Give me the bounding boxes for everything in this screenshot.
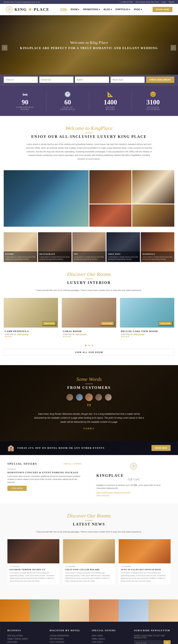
gift-card-desc: Available to customers at minimum up to … — [96, 484, 171, 490]
footer-col-business: BUSINESS RUE SOLUTIONS FAMILY TRAVEL AGE… — [7, 629, 44, 644]
avatar-1[interactable] — [66, 394, 73, 401]
offers-right: ♔ KINGPLACE Gift Card Available to custo… — [89, 462, 171, 496]
room-info-1: CAMP PENINSULA STARTING AT: 200$ (Detail… — [4, 328, 58, 340]
avatar-3[interactable] — [85, 394, 93, 401]
service-spa[interactable]: SPA Lorem ipsum is simply dummy text of … — [72, 232, 106, 262]
gallery-image-1 — [4, 170, 89, 227]
news-info-3: 12 November SUNT IN CULPA QUI OFFICIA DE… — [119, 563, 171, 584]
nav-page[interactable]: PAGE ▾ — [134, 8, 142, 11]
footer-col-discover-title: DISCOVER MY HOTEL — [50, 629, 86, 632]
footer-link-facilities[interactable]: FACILITIES — [7, 641, 44, 643]
footer-link-foodie[interactable]: FOODIE INSPIRATION — [50, 635, 86, 637]
room-book-1-button[interactable]: BOOK NOW — [42, 321, 56, 326]
nav-promotions[interactable]: PROMOTIONS ▾ — [83, 8, 100, 11]
avatar-2[interactable] — [76, 394, 83, 401]
offer-title: DOWNTOWN CONCERT & EVENT PARKING PACKAGE — [7, 471, 81, 474]
nav-blog[interactable]: BLOG ▾ — [104, 8, 112, 11]
testimonials-divider — [85, 384, 93, 384]
check-availability-button[interactable]: Check Availability — [146, 76, 174, 83]
newsletter-sub-text: ENTER YOUR E-MAIL TO GET OUR NEWSLETTER — [134, 635, 171, 639]
news-image-1 — [7, 539, 59, 563]
main-nav: HOME ROOM ▾ PROMOTIONS ▾ BLOG ▾ PORTFOLI… — [60, 8, 142, 11]
rooms-title: LUXURY INTERIOR — [4, 280, 174, 285]
footer-col-discover: DISCOVER MY HOTEL FOODIE INSPIRATION SPA… — [50, 629, 86, 644]
dot-3[interactable] — [92, 345, 93, 346]
book-now-header-button[interactable]: BOOK NOW — [153, 7, 173, 12]
view-more-button[interactable]: VIEW MORE — [7, 486, 27, 491]
promo-book-button[interactable]: BOOK NOW — [152, 445, 171, 451]
avatar-image-1 — [66, 394, 73, 400]
room-card-3: BOOK NOW DELUXE LAKE VIEW ROOM STARTING … — [120, 298, 174, 340]
news-title-1: EIUSMOD TEMPOR INCIDIT UT — [10, 568, 57, 570]
service-rooms[interactable]: ROOMS Lorem ipsum is simply dummy text o… — [4, 232, 37, 262]
testimonial-avatars — [15, 394, 163, 401]
service-restaurant-desc: Lorem ipsum is simply dummy text of the … — [39, 256, 70, 260]
offers-title: SPECIAL OFFERS — [7, 462, 37, 466]
services-grid: ROOMS Lorem ipsum is simply dummy text o… — [4, 232, 174, 262]
room-book-2-button[interactable]: BOOK NOW — [100, 321, 114, 326]
offer-item-1: 26 Projects DOWNTOWN CONCERT & EVENT PAR… — [7, 468, 81, 491]
service-wifi[interactable]: FREE WIFI Lorem ipsum is simply dummy te… — [106, 232, 140, 262]
nav-home[interactable]: HOME — [60, 8, 67, 11]
gallery-item-4 — [89, 204, 132, 227]
footer-link-early-bird[interactable]: EARLY BIRD — [92, 635, 129, 637]
shop-gift-link[interactable]: Shop a Gift Card — [96, 494, 171, 496]
stat-customers-icon: 😊 — [132, 91, 174, 97]
footer-col-business-title: BUSINESS — [7, 629, 44, 632]
stat-sqm-label: SQUAREMETERS — [89, 106, 132, 110]
stat-rooms-icon: 🛏 — [4, 91, 46, 97]
room-type-input[interactable] — [111, 76, 145, 83]
footer-link-golf[interactable]: GOLF COURSES — [50, 641, 86, 643]
newsletter-submit-button[interactable]: ➤ — [164, 640, 171, 644]
adults-input[interactable] — [75, 76, 109, 83]
rooms-desc: Treat yourself with one of our enticing … — [24, 288, 154, 292]
testimonial-author: SAHRA — [15, 427, 163, 430]
gift-voucher-link[interactable]: Latest Voucher version required to acces… — [96, 491, 171, 493]
hero-next-button[interactable]: › — [171, 45, 176, 50]
room-name-1: CAMP PENINSULA — [5, 330, 57, 333]
nav-room[interactable]: ROOM ▾ — [71, 8, 79, 11]
service-weddings-overlay: WEDDINGS Lorem ipsum is simply dummy tex… — [141, 252, 174, 262]
news-card-1: 12 November EIUSMOD TEMPOR INCIDIT UT Lo… — [7, 539, 59, 584]
avatar-5[interactable] — [105, 394, 112, 401]
room-stars-3: ★★★★★ — [121, 336, 173, 338]
testimonials-script: Some Words — [15, 376, 163, 382]
room-stars-1: ★★★★☆ — [5, 336, 57, 338]
footer-gallery-4 — [89, 600, 119, 622]
news-desc: Treat yourself with one of our enticing … — [24, 530, 154, 534]
dot-1[interactable] — [85, 345, 86, 346]
footer-gallery — [0, 600, 178, 622]
service-restaurant[interactable]: RESTAURANT Lorem ipsum is simply dummy t… — [38, 232, 72, 262]
dot-2[interactable] — [88, 345, 90, 346]
footer-link-family-deals[interactable]: FAMILY DEALS — [92, 638, 129, 640]
footer-link-late-deals[interactable]: LATE DEALS — [92, 641, 129, 643]
room-book-3-button[interactable]: BOOK NOW — [159, 321, 173, 326]
stat-sqm-icon: 📐 — [89, 91, 132, 97]
view-all-rooms-button[interactable]: VIEW ALL OUR ROOM — [4, 349, 174, 356]
phone: 📞 (+000) 567 890 — [119, 1, 133, 3]
footer-link-rue[interactable]: RUE SOLUTIONS — [7, 635, 44, 637]
view-all-offers-link[interactable]: VIEW ALL 2 OFFERS — [63, 463, 81, 465]
language-selector[interactable]: English — [169, 1, 174, 3]
room-info-3: DELUXE LAKE VIEW ROOM STARTING AT: 200$ … — [120, 328, 174, 340]
welcome-divider — [85, 133, 93, 133]
login-link[interactable]: Login — [162, 1, 166, 3]
service-weddings[interactable]: WEDDINGS Lorem ipsum is simply dummy tex… — [141, 232, 174, 262]
news-title: LATEST NEWS — [7, 522, 171, 526]
avatar-4[interactable] — [95, 394, 102, 401]
news-desc-1: Lorem ipsum is simply dummy text of the … — [10, 572, 57, 582]
newsletter-email-input[interactable] — [134, 640, 163, 644]
news-date-1: 12 November — [10, 566, 57, 568]
news-image-2 — [63, 539, 115, 563]
stat-rooms-label: COMFORTABLEROOMS — [4, 106, 46, 110]
gallery-image-3 — [132, 170, 174, 204]
hero-prev-button[interactable]: ‹ — [2, 45, 7, 50]
footer-link-spa[interactable]: SPA PACKAGES — [50, 638, 86, 640]
check-in-input[interactable] — [4, 76, 38, 83]
service-restaurant-name: RESTAURANT — [39, 253, 70, 255]
footer-link-family[interactable]: FAMILY TRAVEL AGENT — [7, 638, 44, 640]
room-price-2: 200$ (Detail) — [75, 334, 86, 336]
gallery-image-4 — [89, 204, 132, 227]
check-out-input[interactable] — [39, 76, 73, 83]
nav-portfolio[interactable]: PORTFOLIO ▾ — [116, 8, 130, 11]
